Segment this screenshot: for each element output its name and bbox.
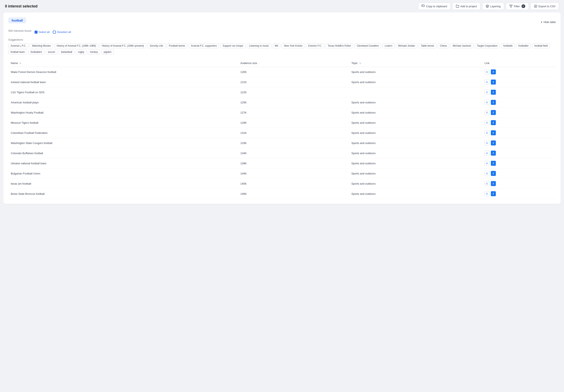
suggestion-tag[interactable]: Everton F.C. — [306, 43, 324, 48]
suggestion-tag[interactable]: basketball — [59, 50, 74, 55]
table-row: Bulgarian Football Union144KSports and o… — [8, 168, 556, 179]
row-audience: 139K — [238, 158, 349, 168]
row-link: G f — [482, 168, 556, 179]
row-topic: Sports and outdoors — [349, 138, 482, 148]
facebook-link-icon[interactable]: f — [491, 110, 496, 115]
google-link-icon[interactable]: G — [485, 191, 490, 196]
suggestion-tag[interactable]: Lowe's — [382, 43, 395, 48]
suggestion-tag[interactable]: History of Arsenal F.C. (1886–1966) — [54, 43, 98, 48]
google-link-icon[interactable]: G — [485, 100, 490, 105]
suggestion-tag[interactable]: Cleveland Cavaliers — [354, 43, 381, 48]
row-topic: Sports and outdoors — [349, 77, 482, 87]
suggestion-tag[interactable]: Sorority Life — [148, 43, 165, 48]
suggestion-tag[interactable]: hockey — [88, 50, 100, 55]
facebook-link-icon[interactable]: f — [491, 130, 496, 135]
main-card: football ∨ Hide table 500 interests foun… — [3, 13, 561, 204]
row-link: G f — [482, 77, 556, 87]
google-link-icon[interactable]: G — [485, 171, 490, 176]
row-audience: 129K — [238, 118, 349, 128]
deselect-all-button[interactable]: Deselect all — [53, 30, 71, 34]
google-link-icon[interactable]: G — [485, 70, 490, 74]
copy-clipboard-button[interactable]: Copy to clipboard — [418, 2, 451, 10]
add-to-project-button[interactable]: Add to project — [452, 2, 480, 10]
export-csv-button[interactable]: Export to CSV — [530, 2, 559, 10]
filter-button[interactable]: Filter 0 — [506, 2, 529, 10]
google-link-icon[interactable]: G — [485, 140, 490, 145]
suggestion-tag[interactable]: Michael Jackson — [451, 43, 473, 48]
facebook-link-icon[interactable]: f — [491, 140, 496, 145]
suggestion-tag[interactable]: football field — [532, 43, 550, 48]
suggestion-tag[interactable]: Wii — [272, 43, 281, 48]
select-all-button[interactable]: Select all — [35, 30, 50, 34]
facebook-link-icon[interactable]: f — [491, 70, 496, 74]
facebook-link-icon[interactable]: f — [491, 100, 496, 105]
suggestion-tag[interactable]: footballers — [28, 50, 44, 55]
row-audience: 145K — [238, 179, 349, 189]
google-link-icon[interactable]: G — [485, 80, 490, 84]
name-sort-icon[interactable]: ⇅ — [19, 62, 21, 64]
layering-button[interactable]: Layering — [482, 2, 504, 10]
facebook-link-icon[interactable]: f — [491, 161, 496, 166]
suggestion-tag[interactable]: Michael Jordan — [396, 43, 417, 48]
suggestion-tag[interactable]: New York Knicks — [282, 43, 305, 48]
deselect-all-checkbox[interactable] — [53, 31, 56, 34]
select-all-checkbox[interactable] — [35, 31, 38, 34]
facebook-link-icon[interactable]: f — [491, 120, 496, 125]
suggestion-tag[interactable]: pigskin — [101, 50, 114, 55]
suggestion-tag[interactable]: rugby — [76, 50, 86, 55]
suggestion-tag[interactable]: Chess — [437, 43, 449, 48]
suggestion-tag[interactable]: Table tennis — [419, 43, 436, 48]
suggestion-tag[interactable]: Football tennis — [167, 43, 187, 48]
top-bar: 0 interest selected Copy to clipboard Ad… — [0, 0, 564, 13]
row-name: Boise State Broncos football — [8, 189, 238, 199]
row-audience: 131K — [238, 128, 349, 138]
facebook-link-icon[interactable]: f — [491, 171, 496, 176]
svg-marker-1 — [486, 5, 489, 6]
interest-count: 0 interest selected — [5, 4, 38, 9]
audience-sort-icon[interactable]: ↑ — [259, 62, 260, 64]
filter-icon — [509, 5, 513, 8]
topic-sort-icon[interactable]: ⇅ — [359, 62, 361, 64]
google-link-icon[interactable]: G — [485, 120, 490, 125]
google-link-icon[interactable]: G — [485, 181, 490, 186]
suggestion-tag[interactable]: History of Arsenal F.C. (1966–present) — [99, 43, 146, 48]
suggestion-tag[interactable]: Listening to music — [247, 43, 271, 48]
suggestion-tag[interactable]: football team — [8, 50, 27, 55]
suggestion-tag[interactable]: footballs — [501, 43, 515, 48]
facebook-link-icon[interactable]: f — [491, 181, 496, 186]
google-link-icon[interactable]: G — [485, 130, 490, 135]
suggestion-tag[interactable]: Watching Movies — [30, 43, 53, 48]
table-row: Missouri Tigers football129KSports and o… — [8, 118, 556, 128]
hide-table-button[interactable]: ∨ Hide table — [541, 21, 556, 24]
row-name: Bulgarian Football Union — [8, 168, 238, 179]
export-icon — [534, 5, 537, 8]
row-name: Wake Forest Demon Deacons football — [8, 67, 238, 77]
facebook-link-icon[interactable]: f — [491, 191, 496, 196]
suggestion-tag[interactable]: soccer — [46, 50, 57, 55]
facebook-link-icon[interactable]: f — [491, 151, 496, 156]
row-audience: 133K — [238, 138, 349, 148]
table-row: Washington Husky Football127KSports and … — [8, 108, 556, 118]
clipboard-icon — [422, 5, 425, 8]
row-audience: 120K — [238, 67, 349, 77]
row-name: Missouri Tigers football — [8, 118, 238, 128]
row-name: Washington Husky Football — [8, 108, 238, 118]
suggestion-tag[interactable]: Support our troops — [220, 43, 245, 48]
table-row: Colombian Football Federation131KSports … — [8, 128, 556, 138]
table-header-row: Name ⇅ Audience size ↑ Topic ⇅ Link — [8, 59, 556, 67]
suggestion-tag[interactable]: footballer — [516, 43, 531, 48]
facebook-link-icon[interactable]: f — [491, 80, 496, 84]
row-topic: Sports and outdoors — [349, 168, 482, 179]
suggestion-tag[interactable]: Target Corporation — [475, 43, 500, 48]
google-link-icon[interactable]: G — [485, 151, 490, 156]
suggestion-tag[interactable]: Arsenal L.F.C. — [8, 43, 28, 48]
suggestion-tag[interactable]: Arsenal F.C. supporters — [189, 43, 219, 48]
col-link: Link — [482, 59, 556, 67]
top-actions: Copy to clipboard Add to project Layerin… — [418, 2, 559, 10]
suggestion-tag[interactable]: Texas HoldEm Poker — [325, 43, 353, 48]
google-link-icon[interactable]: G — [485, 110, 490, 115]
row-name: Washington State Cougars football — [8, 138, 238, 148]
facebook-link-icon[interactable]: f — [491, 90, 496, 95]
google-link-icon[interactable]: G — [485, 161, 490, 166]
google-link-icon[interactable]: G — [485, 90, 490, 95]
